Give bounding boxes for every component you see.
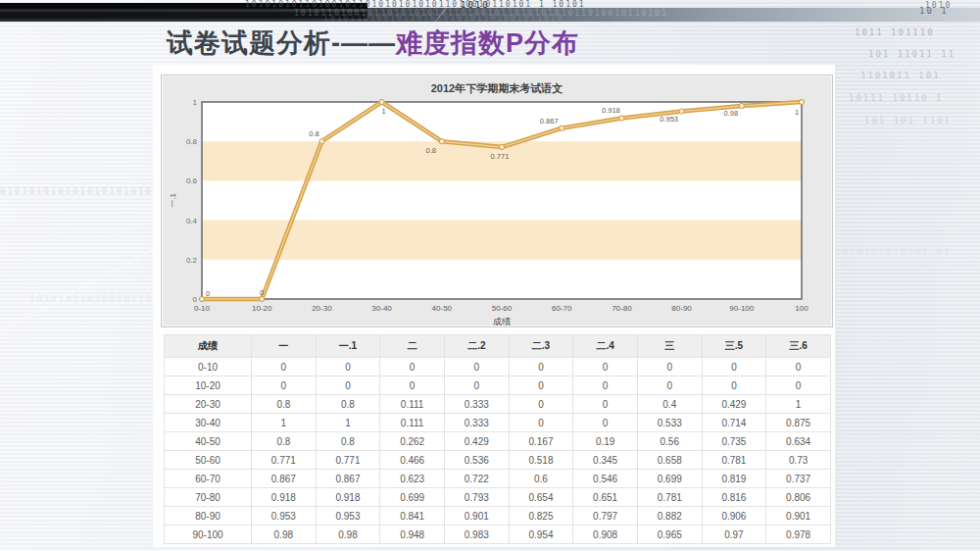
slide: 1010101011010010110101010101011010010110… (0, 0, 980, 551)
binary-decoration: 1101011 101 (860, 71, 941, 80)
table-row: 20-300.80.80.1110.333000.40.4291 (165, 395, 831, 414)
table-cell: 0.333 (444, 395, 509, 414)
table-cell: 0.167 (509, 432, 573, 451)
svg-text:0.8: 0.8 (186, 137, 198, 146)
table-cell: 0.654 (509, 488, 573, 507)
table-cell: 1 (316, 414, 380, 432)
table-cell: 0.518 (509, 451, 573, 470)
svg-text:20-30: 20-30 (312, 304, 332, 313)
table-cell: 0.73 (766, 451, 831, 470)
table-cell: 0 (444, 358, 509, 376)
svg-text:一.1: 一.1 (169, 193, 177, 208)
table-cell: 0.8 (252, 432, 317, 451)
svg-text:1: 1 (382, 107, 386, 116)
svg-text:0-10: 0-10 (194, 304, 211, 313)
table-cell: 0-10 (165, 358, 252, 376)
table-cell: 20-30 (165, 395, 252, 414)
column-header: 二.3 (509, 335, 573, 358)
table-row: 90-1000.980.980.9480.9830.9540.9080.9650… (165, 526, 831, 544)
table-cell: 0.429 (444, 432, 509, 451)
table-cell: 1 (252, 414, 317, 432)
table-cell: 0.8 (316, 432, 380, 451)
table-cell: 0.867 (252, 470, 317, 488)
svg-text:0: 0 (193, 295, 198, 304)
table-cell: 0.735 (702, 432, 766, 451)
table-cell: 0.262 (380, 432, 445, 451)
table-cell: 0.908 (573, 526, 638, 544)
table-cell: 0.699 (637, 470, 702, 488)
table-row: 50-600.7710.7710.4660.5360.5180.3450.658… (165, 451, 831, 470)
table-cell: 0.819 (702, 470, 766, 488)
table-cell: 0.797 (573, 507, 638, 526)
table-row: 70-800.9180.9180.6990.7930.6540.6510.781… (165, 488, 831, 507)
table-cell: 0.771 (316, 451, 380, 470)
svg-text:0.6: 0.6 (186, 176, 198, 185)
table-cell: 0.954 (509, 526, 573, 544)
table-cell: 0.953 (252, 507, 317, 526)
page-title: 试卷试题分析-——难度指数P分布 (167, 25, 579, 61)
table-cell: 0.345 (573, 451, 638, 470)
table-cell: 0.806 (766, 488, 831, 507)
svg-text:0.771: 0.771 (491, 152, 510, 161)
table-cell: 0 (509, 358, 573, 376)
table-cell: 0.98 (316, 526, 380, 544)
table-cell: 0.111 (380, 414, 445, 432)
table-cell: 0.953 (316, 507, 380, 526)
svg-text:30-40: 30-40 (371, 304, 392, 313)
table-cell: 0.546 (573, 470, 638, 488)
table-row: 80-900.9530.9530.8410.9010.8250.7970.882… (165, 507, 831, 526)
table-cell: 0.965 (637, 526, 702, 544)
svg-text:60-70: 60-70 (552, 304, 572, 313)
table-cell: 90-100 (165, 526, 252, 544)
table-cell: 0 (380, 376, 445, 395)
table-cell: 0 (444, 376, 509, 395)
table-cell: 0.841 (380, 507, 445, 526)
table-cell: 0.4 (637, 395, 702, 414)
table-cell: 0.56 (637, 432, 702, 451)
table-cell: 0.781 (702, 451, 766, 470)
table-cell: 0.634 (766, 432, 831, 451)
svg-text:50-60: 50-60 (492, 304, 513, 313)
svg-text:0: 0 (206, 289, 210, 298)
table-cell: 0 (766, 376, 831, 395)
table-cell: 0.111 (380, 395, 445, 414)
table-row: 40-500.80.80.2620.4290.1670.190.560.7350… (165, 432, 831, 451)
table-cell: 0.918 (316, 488, 380, 507)
table-cell: 80-90 (165, 507, 252, 526)
table-cell: 0.98 (252, 526, 317, 544)
table-cell: 0 (573, 395, 638, 414)
table-cell: 0.867 (316, 470, 380, 488)
table-cell: 0 (509, 376, 573, 395)
table-cell: 0.983 (444, 526, 509, 544)
table-cell: 0.882 (637, 507, 702, 526)
line-chart: 00.20.40.60.810-1010-2020-3030-4040-5050… (162, 75, 832, 326)
column-header: 二.4 (573, 335, 638, 358)
table-cell: 0 (702, 376, 766, 395)
svg-text:0.8: 0.8 (309, 129, 318, 138)
table-cell: 0 (252, 358, 317, 376)
binary-decoration: 10 1 (919, 6, 949, 16)
svg-text:0.98: 0.98 (723, 109, 738, 118)
table-cell: 0 (380, 358, 445, 376)
svg-text:0.953: 0.953 (660, 115, 678, 124)
table-cell: 0 (573, 376, 638, 395)
binary-decoration: 101 11011 11 (868, 49, 956, 59)
table-cell: 0 (573, 414, 638, 432)
binary-decoration: 1010101010101 01 (835, 247, 952, 257)
binary-decoration: 1010101011010010110101010101011010010110… (245, 0, 586, 9)
title-highlight: 难度指数P分布 (396, 28, 579, 58)
table-cell: 70-80 (165, 488, 252, 507)
table-cell: 0.8 (316, 395, 380, 414)
table-cell: 0.948 (380, 526, 445, 544)
data-table: 成绩一一.1二二.2二.3二.4三三.5三.6 0-1000000000010-… (164, 334, 831, 544)
table-cell: 0 (702, 358, 766, 376)
svg-text:10-20: 10-20 (252, 304, 272, 313)
table-header: 成绩一一.1二二.2二.3二.4三三.5三.6 (165, 335, 831, 358)
binary-decoration: 101011010010110101010101101001011010 (323, 14, 564, 23)
column-header: 一 (252, 335, 317, 358)
table-body: 0-1000000000010-2000000000020-300.80.80.… (165, 358, 831, 544)
table-cell: 0 (252, 376, 317, 395)
table-cell: 0.816 (702, 488, 766, 507)
table-cell: 0.699 (380, 488, 445, 507)
table-cell: 0 (509, 395, 573, 414)
